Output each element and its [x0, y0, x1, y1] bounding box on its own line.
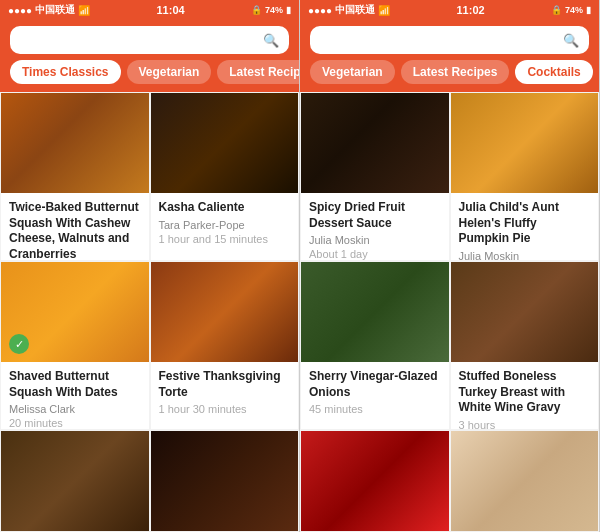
- battery-icon-left: ▮: [286, 5, 291, 15]
- recipe-time-3: 20 minutes: [9, 417, 141, 429]
- recipe-grid-right: Spicy Dried Fruit Dessert Sauce Julia Mo…: [300, 92, 599, 532]
- carrier-name: 中国联通: [35, 3, 75, 17]
- tab-latest-recipes-right[interactable]: Latest Recipes: [401, 60, 510, 84]
- signal-dots: ●●●●: [8, 5, 32, 16]
- recipe-card-r3[interactable]: Sherry Vinegar-Glazed Onions 45 minutes: [301, 262, 449, 429]
- recipe-author-3: Melissa Clark: [9, 403, 141, 415]
- wifi-icon: 📶: [78, 5, 90, 16]
- recipe-image-5: [1, 431, 149, 531]
- recipe-info-r2: Julia Child's Aunt Helen's Fluffy Pumpki…: [451, 193, 599, 260]
- search-field-right[interactable]: [320, 33, 557, 48]
- carrier-signal-left: ●●●● 中国联通 📶: [8, 3, 90, 17]
- carrier-signal-right: ●●●● 中国联通 📶: [308, 3, 390, 17]
- lock-icon: 🔒: [251, 5, 262, 15]
- wifi-icon-right: 📶: [378, 5, 390, 16]
- recipe-title-4: Festive Thanksgiving Torte: [159, 369, 291, 400]
- status-bar-right: ●●●● 中国联通 📶 11:02 🔒 74% ▮: [300, 0, 599, 20]
- recipe-title-3: Shaved Butternut Squash With Dates: [9, 369, 141, 400]
- battery-area-right: 🔒 74% ▮: [551, 5, 591, 15]
- recipe-author-r1: Julia Moskin: [309, 234, 441, 246]
- recipe-title-r2: Julia Child's Aunt Helen's Fluffy Pumpki…: [459, 200, 591, 247]
- recipe-info-1: Twice-Baked Butternut Squash With Cashew…: [1, 193, 149, 260]
- recipe-title-r3: Sherry Vinegar-Glazed Onions: [309, 369, 441, 400]
- recipe-image-r4: [451, 262, 599, 362]
- recipe-card-r2[interactable]: Julia Child's Aunt Helen's Fluffy Pumpki…: [451, 93, 599, 260]
- battery-percent-right: 74%: [565, 5, 583, 15]
- recipe-card-r4[interactable]: Stuffed Boneless Turkey Breast with Whit…: [451, 262, 599, 429]
- recipe-image-r3: [301, 262, 449, 362]
- recipe-info-r4: Stuffed Boneless Turkey Breast with Whit…: [451, 362, 599, 429]
- filter-tabs-right: Vegetarian Latest Recipes Cocktails We: [300, 60, 599, 92]
- recipe-image-1: [1, 93, 149, 193]
- recipe-card-6[interactable]: [151, 431, 299, 531]
- time-right: 11:02: [457, 4, 485, 16]
- recipe-info-r3: Sherry Vinegar-Glazed Onions 45 minutes: [301, 362, 449, 422]
- recipe-time-r4: 3 hours: [459, 419, 591, 429]
- left-panel: ●●●● 中国联通 📶 11:04 🔒 74% ▮ 🔍 Times Classi…: [0, 0, 300, 532]
- tab-times-classics[interactable]: Times Classics: [10, 60, 121, 84]
- tab-cocktails[interactable]: Cocktails: [515, 60, 592, 84]
- recipe-title-r4: Stuffed Boneless Turkey Breast with Whit…: [459, 369, 591, 416]
- recipe-time-r3: 45 minutes: [309, 403, 441, 415]
- checked-badge-3: ✓: [9, 334, 29, 354]
- recipe-image-r2: [451, 93, 599, 193]
- search-input-container-right[interactable]: 🔍: [310, 26, 589, 54]
- recipe-card-2[interactable]: Kasha Caliente Tara Parker-Pope 1 hour a…: [151, 93, 299, 260]
- recipe-card-5[interactable]: [1, 431, 149, 531]
- search-input-container-left[interactable]: 🔍: [10, 26, 289, 54]
- recipe-info-4: Festive Thanksgiving Torte 1 hour 30 min…: [151, 362, 299, 422]
- recipe-card-3[interactable]: ✓ Shaved Butternut Squash With Dates Mel…: [1, 262, 149, 429]
- battery-icon-right: ▮: [586, 5, 591, 15]
- tab-vegetarian-right[interactable]: Vegetarian: [310, 60, 395, 84]
- tab-vegetarian-left[interactable]: Vegetarian: [127, 60, 212, 84]
- recipe-author-2: Tara Parker-Pope: [159, 219, 291, 231]
- recipe-card-r6[interactable]: [451, 431, 599, 531]
- battery-area-left: 🔒 74% ▮: [251, 5, 291, 15]
- search-bar-right: 🔍: [300, 20, 599, 60]
- recipe-image-6: [151, 431, 299, 531]
- recipe-card-r5[interactable]: [301, 431, 449, 531]
- recipe-image-2: [151, 93, 299, 193]
- carrier-name-right: 中国联通: [335, 3, 375, 17]
- recipe-image-4: [151, 262, 299, 362]
- recipe-info-2: Kasha Caliente Tara Parker-Pope 1 hour a…: [151, 193, 299, 252]
- status-bar-left: ●●●● 中国联通 📶 11:04 🔒 74% ▮: [0, 0, 299, 20]
- recipe-time-4: 1 hour 30 minutes: [159, 403, 291, 415]
- recipe-card-1[interactable]: Twice-Baked Butternut Squash With Cashew…: [1, 93, 149, 260]
- recipe-title-1: Twice-Baked Butternut Squash With Cashew…: [9, 200, 141, 260]
- filter-tabs-left: Times Classics Vegetarian Latest Recipes: [0, 60, 299, 92]
- recipe-card-4[interactable]: Festive Thanksgiving Torte 1 hour 30 min…: [151, 262, 299, 429]
- search-icon-left: 🔍: [263, 33, 279, 48]
- search-field-left[interactable]: [20, 33, 257, 48]
- recipe-image-r6: [451, 431, 599, 531]
- recipe-time-r1: About 1 day: [309, 248, 441, 260]
- recipe-info-r1: Spicy Dried Fruit Dessert Sauce Julia Mo…: [301, 193, 449, 260]
- recipe-image-r1: [301, 93, 449, 193]
- recipe-image-r5: [301, 431, 449, 531]
- lock-icon-right: 🔒: [551, 5, 562, 15]
- recipe-grid-left: Twice-Baked Butternut Squash With Cashew…: [0, 92, 299, 532]
- search-icon-right: 🔍: [563, 33, 579, 48]
- time-left: 11:04: [157, 4, 185, 16]
- recipe-title-r1: Spicy Dried Fruit Dessert Sauce: [309, 200, 441, 231]
- battery-percent-left: 74%: [265, 5, 283, 15]
- signal-dots-right: ●●●●: [308, 5, 332, 16]
- right-panel: ●●●● 中国联通 📶 11:02 🔒 74% ▮ 🔍 Vegetarian L…: [300, 0, 600, 532]
- recipe-author-r2: Julia Moskin: [459, 250, 591, 260]
- tab-latest-recipes-left[interactable]: Latest Recipes: [217, 60, 299, 84]
- recipe-title-2: Kasha Caliente: [159, 200, 291, 216]
- recipe-time-2: 1 hour and 15 minutes: [159, 233, 291, 245]
- recipe-info-3: Shaved Butternut Squash With Dates Melis…: [1, 362, 149, 429]
- recipe-card-r1[interactable]: Spicy Dried Fruit Dessert Sauce Julia Mo…: [301, 93, 449, 260]
- search-bar-left: 🔍: [0, 20, 299, 60]
